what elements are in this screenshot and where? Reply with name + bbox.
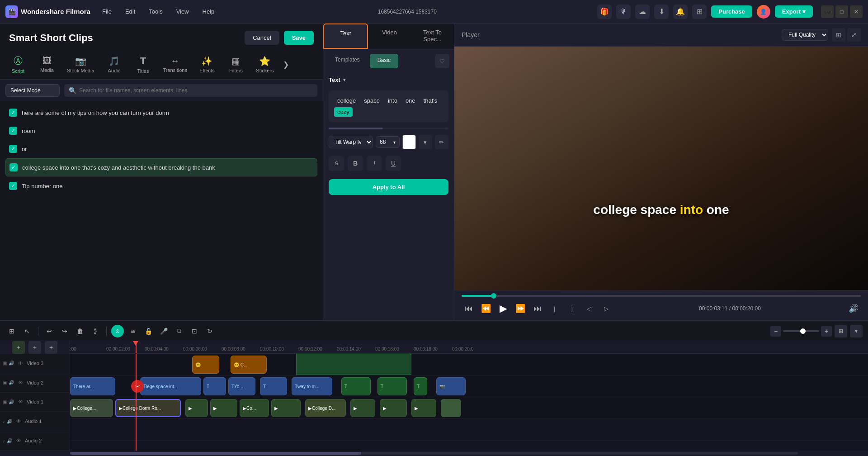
microphone-icon[interactable]: 🎙: [616, 5, 631, 19]
eyedropper-icon[interactable]: ✏: [435, 135, 448, 149]
word-chip[interactable]: that's: [420, 96, 441, 105]
menu-file[interactable]: File: [99, 6, 114, 17]
minimize-button[interactable]: ─: [821, 5, 834, 18]
download-icon[interactable]: ⬇: [654, 5, 669, 19]
close-button[interactable]: ✕: [850, 5, 863, 18]
bell-icon[interactable]: 🔔: [673, 5, 688, 19]
delete-button[interactable]: 🗑: [74, 325, 86, 337]
toolbar-stickers[interactable]: ⭐ Stickers: [251, 53, 278, 76]
quality-select[interactable]: Full Quality: [782, 29, 828, 41]
prev-frame-button[interactable]: ◁: [582, 301, 596, 316]
clip-v2-7[interactable]: T: [341, 377, 371, 395]
menu-edit[interactable]: Edit: [123, 6, 138, 17]
timeline-layout-icon[interactable]: ⊞: [5, 325, 18, 337]
word-chip-highlighted[interactable]: cozy: [334, 107, 353, 117]
color-expand-icon[interactable]: ▾: [419, 135, 432, 149]
toolbar-more[interactable]: ❯: [280, 57, 292, 71]
grid-icon[interactable]: ⊞: [692, 5, 707, 19]
clip-v1-6[interactable]: ▶: [271, 399, 301, 417]
add-audio-button[interactable]: +: [28, 341, 41, 354]
volume-icon[interactable]: 🔊: [846, 301, 861, 316]
tab-video[interactable]: Video: [368, 24, 411, 49]
tab-text[interactable]: Text: [323, 24, 368, 49]
more-actions-button[interactable]: ⟫: [89, 325, 102, 337]
track-a2-eye[interactable]: 👁: [14, 436, 23, 445]
track-row-a2[interactable]: [70, 441, 868, 451]
list-item[interactable]: ✓ or: [5, 140, 317, 157]
word-chip[interactable]: space: [361, 96, 383, 105]
clip-v2-10[interactable]: 📷: [436, 377, 466, 395]
timeline-arrow-icon[interactable]: ↖: [21, 325, 33, 337]
timeline-scrollbar[interactable]: [0, 451, 868, 456]
toolbar-audio[interactable]: 🎵 Audio: [101, 53, 128, 76]
timeline-ruler[interactable]: :00 00:00:02:00 00:00:04:00 00:00:06:00 …: [70, 341, 868, 354]
trim-start-button[interactable]: [: [547, 301, 562, 316]
skip-back-button[interactable]: ⏮: [462, 301, 476, 316]
scrollbar-track[interactable]: [70, 452, 798, 455]
step-forward-button[interactable]: ⏩: [513, 301, 528, 316]
checkbox-5[interactable]: ✓: [9, 182, 17, 190]
zoom-slider[interactable]: [783, 330, 819, 332]
toolbar-effects[interactable]: ✨ Effects: [193, 53, 221, 76]
save-button[interactable]: Save: [284, 31, 314, 45]
checkbox-3[interactable]: ✓: [9, 145, 17, 153]
sub-tab-templates[interactable]: Templates: [328, 54, 367, 68]
word-chip[interactable]: one: [402, 96, 419, 105]
cancel-button[interactable]: Cancel: [245, 31, 279, 45]
play-button[interactable]: ▶: [496, 301, 510, 316]
add-subtitle-button[interactable]: +: [45, 341, 57, 354]
toolbar-filters[interactable]: ▦ Filters: [222, 53, 250, 76]
grid-view-icon[interactable]: ⊞: [832, 28, 845, 42]
font-color-picker[interactable]: [402, 135, 416, 149]
snap-button[interactable]: ⊙: [111, 325, 124, 337]
skip-forward-button[interactable]: ⏭: [530, 301, 545, 316]
checkbox-1[interactable]: ✓: [9, 109, 17, 117]
clip-v1-8[interactable]: ▶: [350, 399, 375, 417]
zoom-in-button[interactable]: +: [821, 326, 832, 337]
clip-v2-2[interactable]: T lege space int...: [140, 377, 201, 395]
toolbar-stock[interactable]: 📷 Stock Media: [62, 53, 99, 76]
maximize-button[interactable]: □: [835, 5, 848, 18]
export-button[interactable]: Export ▾: [775, 5, 813, 18]
timeline-view-button[interactable]: ⊞: [835, 325, 847, 337]
clip-v1-4[interactable]: ▶: [210, 399, 237, 417]
toolbar-media[interactable]: 🖼 Media: [33, 53, 61, 76]
word-chip[interactable]: college: [334, 96, 359, 105]
clip-v1-9[interactable]: ▶: [380, 399, 407, 417]
clip-v2-5[interactable]: T: [260, 377, 287, 395]
strikethrough-button[interactable]: S̶: [329, 156, 344, 171]
clip-v2-9[interactable]: T: [414, 377, 427, 395]
list-item[interactable]: ✓ room: [5, 122, 317, 139]
next-frame-button[interactable]: ▷: [599, 301, 613, 316]
track-v2-eye[interactable]: 👁: [16, 378, 25, 387]
menu-help[interactable]: Help: [200, 6, 217, 17]
menu-tools[interactable]: Tools: [146, 6, 165, 17]
step-back-button[interactable]: ⏪: [479, 301, 493, 316]
motion-icon[interactable]: ↻: [203, 325, 216, 337]
clip-v1-1[interactable]: ▶ College...: [70, 399, 113, 417]
tab-tts[interactable]: Text To Spec...: [411, 24, 454, 49]
clip-v1-2[interactable]: ▶ College Dorm Ro...: [115, 399, 181, 417]
add-track-button[interactable]: +: [12, 341, 25, 354]
clip-v1-3[interactable]: ▶: [185, 399, 208, 417]
cloud-icon[interactable]: ☁: [635, 5, 650, 19]
list-item[interactable]: ✓ here are some of my tips on how you ca…: [5, 104, 317, 121]
list-item[interactable]: ✓ Tip number one: [5, 177, 317, 195]
redo-button[interactable]: ↪: [58, 325, 71, 337]
checkbox-2[interactable]: ✓: [9, 127, 17, 135]
track-row-v2[interactable]: T here ar... ✂ T lege space int... T T Y…: [70, 375, 868, 397]
clip-v3-2[interactable]: 😊 C...: [231, 356, 267, 374]
clip-v2-6[interactable]: T way to m...: [292, 377, 332, 395]
favorite-icon[interactable]: ♡: [435, 54, 449, 68]
toolbar-transitions[interactable]: ↔ Transitions: [159, 53, 192, 76]
timeline-options-button[interactable]: ▾: [850, 325, 863, 337]
clip-v1-7[interactable]: ▶ College D...: [305, 399, 346, 417]
underline-button[interactable]: U: [386, 156, 401, 171]
clip-v2-1[interactable]: T here ar...: [70, 377, 115, 395]
track-row-v3[interactable]: 😊 😊 C...: [70, 354, 868, 375]
zoom-out-button[interactable]: −: [770, 326, 781, 337]
track-a1-eye[interactable]: 👁: [14, 417, 23, 426]
bold-button[interactable]: B: [348, 156, 363, 171]
split-icon[interactable]: ⧉: [173, 325, 185, 337]
progress-bar[interactable]: [462, 295, 861, 297]
